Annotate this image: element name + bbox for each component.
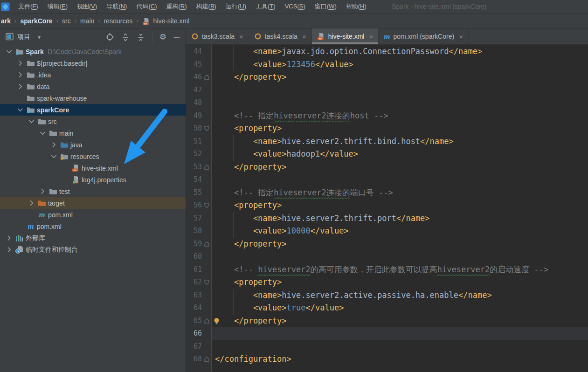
- menu-item[interactable]: 帮助(H): [341, 0, 371, 13]
- code-line[interactable]: <name>hive.server2.thrift.bind.host</nam…: [215, 135, 588, 148]
- tree-item--project.basedir-[interactable]: ${project.basedir}: [0, 57, 186, 69]
- chevron-right-icon[interactable]: [26, 200, 36, 206]
- menu-item[interactable]: 工具(T): [251, 0, 280, 13]
- code-line[interactable]: <property>: [215, 199, 588, 212]
- breadcrumb-item[interactable]: sparkCore: [19, 17, 53, 25]
- expand-all-icon[interactable]: [121, 33, 130, 41]
- chevron-right-icon[interactable]: [4, 235, 14, 241]
- resources-folder-icon: [59, 153, 70, 160]
- menu-item[interactable]: VCS(S): [280, 0, 310, 13]
- menu-item[interactable]: 重构(R): [162, 0, 192, 13]
- menu-item[interactable]: 视图(V): [72, 0, 102, 13]
- chevron-right-icon[interactable]: [48, 142, 59, 148]
- breadcrumb-item[interactable]: ark: [0, 17, 12, 25]
- close-icon[interactable]: ×: [239, 33, 243, 41]
- fold-marker-icon[interactable]: [203, 276, 210, 289]
- fold-marker-icon[interactable]: [203, 161, 210, 174]
- menu-item[interactable]: 编辑(E): [43, 0, 72, 13]
- tree-item-hive-site.xml[interactable]: <>hive-site.xml: [0, 162, 186, 174]
- fold-marker-icon[interactable]: [203, 238, 210, 251]
- close-icon[interactable]: ×: [459, 33, 463, 41]
- tree-item-pom.xml[interactable]: mpom.xml: [0, 220, 186, 232]
- tree-item-resources[interactable]: resources: [0, 151, 186, 162]
- chevron-right-icon[interactable]: [15, 60, 25, 66]
- chevron-right-icon[interactable]: [37, 188, 48, 194]
- breadcrumb-item[interactable]: resources: [103, 17, 133, 25]
- close-icon[interactable]: ×: [302, 33, 306, 41]
- editor[interactable]: 4445464748495051525354555657585960616263…: [186, 45, 588, 372]
- fold-marker-icon[interactable]: [203, 71, 210, 84]
- intention-bulb-icon[interactable]: [213, 317, 221, 325]
- tab-task3.scala[interactable]: task3.scala×: [186, 28, 249, 44]
- menu-item[interactable]: 文件(F): [14, 0, 43, 13]
- tree-item-spark-warehouse[interactable]: spark-warehouse: [0, 92, 186, 104]
- code-line[interactable]: <!-- 指定hiveserver2连接的host -->: [215, 110, 588, 123]
- tree-item-test[interactable]: test: [0, 186, 186, 197]
- chevron-down-icon[interactable]: [26, 119, 36, 124]
- code-line[interactable]: </configuration>: [215, 353, 588, 366]
- close-icon[interactable]: ×: [369, 33, 373, 41]
- code-line[interactable]: <!-- 指定hiveserver2连接的端口号 -->: [215, 186, 588, 200]
- code-line[interactable]: <name>javax.jdo.option.ConnectionPasswor…: [215, 45, 588, 58]
- code-line[interactable]: <!-- hiveserver2的高可用参数，开启此参数可以提高hiveserv…: [215, 263, 588, 276]
- tab-hive-site.xml[interactable]: <>hive-site.xml×: [312, 28, 379, 44]
- code-line[interactable]: <name>hive.server2.thrift.port</name>: [215, 212, 588, 225]
- fold-marker-icon[interactable]: [203, 199, 210, 212]
- code-line[interactable]: [215, 340, 588, 353]
- code-line[interactable]: <name>hive.server2.active.passive.ha.ena…: [215, 289, 588, 302]
- tree-item-src[interactable]: src: [0, 116, 186, 127]
- breadcrumb-item[interactable]: main: [79, 17, 95, 25]
- collapse-all-icon[interactable]: [137, 33, 145, 41]
- code-line[interactable]: </property>: [215, 238, 588, 251]
- code-line[interactable]: <value>10000</value>: [215, 225, 588, 238]
- code-line[interactable]: <value>hadoop1</value>: [215, 148, 588, 161]
- tree-item-spark[interactable]: SparkD:\Code\JavaCode\Spark: [0, 46, 186, 57]
- chevron-down-icon[interactable]: [37, 131, 48, 135]
- code-line[interactable]: </property>: [215, 315, 588, 328]
- tree-item-log4j.properties[interactable]: log4j.properties: [0, 174, 186, 186]
- tree-item--[interactable]: 临时文件和控制台: [0, 244, 186, 255]
- code-line[interactable]: </property>: [215, 161, 588, 174]
- code-line[interactable]: <property>: [215, 122, 588, 135]
- code-line[interactable]: </property>: [215, 71, 588, 84]
- chevron-down-icon[interactable]: [15, 108, 25, 112]
- tree-item-main[interactable]: main: [0, 127, 186, 139]
- fold-marker-icon[interactable]: [203, 122, 210, 135]
- chevron-right-icon[interactable]: [15, 83, 25, 90]
- fold-marker-icon[interactable]: [203, 315, 210, 328]
- menu-item[interactable]: 代码(C): [131, 0, 161, 13]
- chevron-down-icon[interactable]: [4, 49, 14, 54]
- tree-item-.idea[interactable]: .idea: [0, 69, 186, 81]
- code-line[interactable]: [215, 84, 588, 97]
- settings-icon[interactable]: ⚙: [159, 33, 166, 41]
- breadcrumb-item[interactable]: src: [61, 17, 72, 25]
- code-line[interactable]: [215, 96, 588, 110]
- tree-item-data[interactable]: data: [0, 81, 186, 92]
- fold-marker-icon[interactable]: [203, 353, 210, 366]
- chevron-down-icon[interactable]: [48, 154, 59, 158]
- menu-item[interactable]: 构建(B): [192, 0, 221, 13]
- code-line[interactable]: <property>: [215, 276, 588, 289]
- menu-item[interactable]: 导航(N): [102, 0, 131, 13]
- libraries-icon: [14, 234, 25, 242]
- code-line[interactable]: [215, 173, 588, 186]
- tree-item--[interactable]: 外部库: [0, 232, 186, 244]
- code-line[interactable]: [215, 327, 588, 340]
- chevron-right-icon[interactable]: [4, 247, 14, 253]
- tab-task4.scala[interactable]: task4.scala×: [249, 28, 312, 44]
- chevron-right-icon[interactable]: [15, 72, 25, 78]
- locate-icon[interactable]: [105, 33, 114, 41]
- breadcrumb-item[interactable]: hive-site.xml: [152, 17, 191, 25]
- menu-item[interactable]: 窗口(W): [310, 0, 341, 13]
- code-line[interactable]: <value>true</value>: [215, 302, 588, 315]
- code-line[interactable]: <value>123456</value>: [215, 58, 588, 71]
- tree-item-sparkcore[interactable]: sparkCore: [0, 104, 186, 116]
- code-line[interactable]: [215, 250, 588, 263]
- tree-item-target[interactable]: target: [0, 197, 186, 209]
- tree-item-pom.xml[interactable]: mpom.xml: [0, 209, 186, 220]
- chevron-down-icon[interactable]: ▾: [38, 34, 41, 41]
- hide-icon[interactable]: —: [173, 34, 180, 41]
- tab-pom.xml-sparkcore-[interactable]: mpom.xml (sparkCore)×: [379, 28, 469, 44]
- menu-item[interactable]: 运行(U): [221, 0, 251, 13]
- tree-item-java[interactable]: java: [0, 139, 186, 151]
